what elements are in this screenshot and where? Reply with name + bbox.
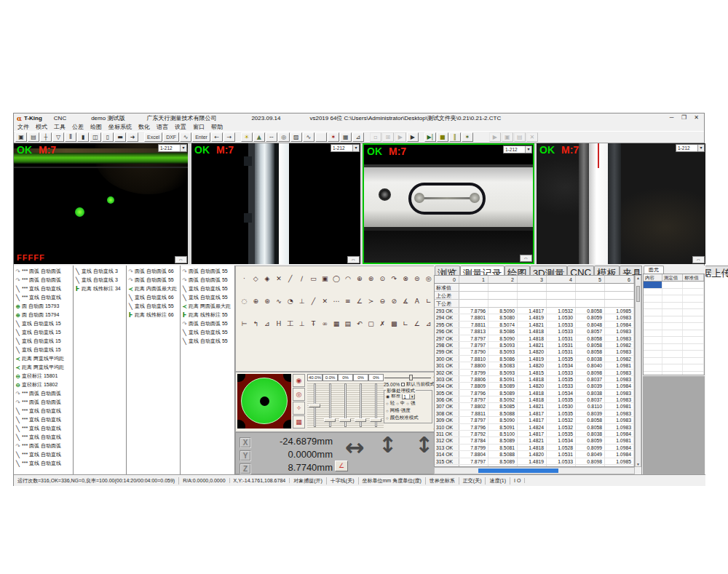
menu-item[interactable]: 公差	[72, 123, 84, 131]
camera-view-1[interactable]: OK M:7 FFFFF 1-212 ▾ ⇔	[14, 143, 188, 264]
tree-item[interactable]: ╲*** 直线 自动直线	[14, 450, 73, 459]
tool-icon[interactable]: ◯	[331, 274, 342, 284]
tool-icon[interactable]: ⊿	[262, 319, 273, 329]
chevron-down-icon[interactable]: ▾	[409, 394, 414, 399]
slider-track[interactable]	[338, 382, 353, 428]
folder-icon[interactable]: ▶	[395, 132, 406, 142]
tool-icon[interactable]: ⊛	[262, 296, 273, 306]
table-row[interactable]: 307 OK7.88028.50851.48211.05300.81101.09…	[435, 403, 634, 410]
coordinate-icon[interactable]: ┼	[40, 132, 52, 142]
tree-item[interactable]: ≺距离 两圆弧最大距	[181, 302, 234, 311]
save3-icon[interactable]: ▣	[502, 132, 513, 142]
tool-icon[interactable]: ◔	[285, 296, 296, 306]
tool-icon[interactable]: ⊿	[423, 319, 434, 329]
tool-icon[interactable]: ⊥	[296, 319, 307, 329]
tree-item[interactable]: ╲直线 自动直线 55	[181, 337, 234, 346]
tool-icon[interactable]: ∡	[400, 296, 411, 306]
default-mode-checkbox[interactable]	[401, 383, 405, 386]
table-row[interactable]: 301 OK7.88008.50831.48201.05340.80401.09…	[435, 362, 634, 369]
scroll-thumb[interactable]	[636, 286, 640, 302]
tree-item[interactable]: ╲*** 直线 自动直线	[14, 459, 73, 468]
slider-thumb[interactable]	[370, 418, 381, 422]
qr-icon[interactable]: ▦	[340, 132, 352, 142]
table-row[interactable]: 297 OK7.87978.50901.48181.05310.80581.09…	[435, 335, 634, 342]
chevron-down-icon[interactable]: ▾	[525, 146, 531, 153]
save-icon[interactable]: ▣	[15, 132, 27, 142]
tool-icon[interactable]: ⊗	[400, 274, 411, 284]
tool-icon[interactable]: Ŧ	[308, 319, 319, 329]
tool-icon[interactable]: ⊙	[377, 274, 388, 284]
tree-item[interactable]: ╲*** 直线 自动直线	[14, 284, 73, 293]
table-row[interactable]: 311 OK7.87928.51001.48171.05350.80381.09…	[435, 431, 634, 437]
close-button[interactable]: ✕	[690, 113, 703, 122]
tree-item[interactable]: ╲直线 自动直线 55	[181, 293, 234, 302]
enter-button[interactable]: Enter	[192, 132, 210, 142]
tree-item[interactable]: Ͱ距离 线性标注 34	[74, 284, 126, 293]
pane-resize-button[interactable]: ⇔	[520, 255, 532, 262]
pause-icon[interactable]: ‖	[449, 132, 461, 142]
slider-track[interactable]	[368, 382, 384, 428]
tool-icon[interactable]: ↷	[389, 274, 400, 284]
tool-icon[interactable]: ↰	[250, 319, 261, 329]
tab-CNC[interactable]: CNC	[567, 266, 594, 275]
element-row[interactable]	[644, 323, 704, 330]
arrow-right-icon[interactable]: →	[223, 132, 235, 142]
image-icon[interactable]: ▲	[253, 132, 265, 142]
tree-item[interactable]: Ͱ距离 线性标注 66	[127, 311, 180, 319]
tool-icon[interactable]: ↶	[354, 319, 365, 329]
tool-icon[interactable]: ◇	[250, 274, 261, 284]
tree-item[interactable]: ╲*** 直线 自动直线	[14, 407, 73, 415]
tool-icon[interactable]: ▣	[320, 274, 331, 284]
curve-icon[interactable]: ∿	[303, 132, 314, 142]
range-combo[interactable]: 1-212 ▾	[158, 144, 187, 152]
element-row[interactable]	[644, 295, 704, 303]
tool-icon[interactable]: ⊘	[389, 296, 400, 306]
blank-icon[interactable]	[315, 132, 327, 142]
tool-icon[interactable]: ◈	[262, 274, 273, 284]
tree-item[interactable]: ↷圆弧 自动圆弧 55	[181, 267, 234, 276]
menu-item[interactable]: 文件	[17, 123, 29, 131]
element-row[interactable]	[644, 358, 704, 365]
slider-thumb[interactable]	[409, 375, 413, 380]
tool-icon[interactable]: ⊛	[365, 274, 376, 284]
tool-icon[interactable]: ╱	[308, 296, 319, 306]
slider-thumb[interactable]	[339, 418, 351, 422]
element-row[interactable]	[644, 282, 704, 289]
radio-level[interactable]: ○	[396, 402, 399, 406]
menu-item[interactable]: 窗口	[193, 123, 205, 131]
tree-item[interactable]: ╲直线 自动直线 15	[14, 337, 73, 346]
table-row[interactable]: 303 OK7.88068.50911.48181.05350.80371.09…	[435, 376, 634, 383]
tool-icon[interactable]: ∟	[400, 319, 411, 329]
menu-item[interactable]: 工具	[54, 123, 66, 131]
lens-up-icon[interactable]: ▯	[102, 132, 114, 142]
element-row[interactable]	[644, 309, 704, 316]
tool-icon[interactable]: ⊕	[354, 274, 365, 284]
table-row[interactable]: 294 OK7.88018.50801.48191.05300.80591.09…	[435, 314, 634, 321]
tool-icon[interactable]: ∠	[354, 296, 365, 306]
tool-icon[interactable]: ✕	[320, 296, 331, 306]
dxf-button[interactable]: DXF	[163, 132, 179, 142]
camera-view-3-selected[interactable]: OK M:7 1-212 ▾ ⇔	[363, 143, 534, 264]
menu-item[interactable]: 绘图	[90, 123, 102, 131]
tool-icon[interactable]: ⊜	[411, 274, 422, 284]
run-icon[interactable]: ✶	[462, 132, 473, 142]
play2-icon[interactable]: ▶	[489, 132, 501, 142]
open-icon[interactable]: ▤	[28, 132, 39, 142]
tree-item[interactable]: ↷*** 圆弧 自动圆弧	[14, 398, 73, 407]
menu-item[interactable]: 设置	[175, 123, 186, 131]
light-bulb-icon[interactable]: ☀	[241, 132, 253, 142]
tool-icon[interactable]: ▩	[389, 319, 400, 329]
tool-icon[interactable]: 工	[285, 319, 296, 329]
tree-item[interactable]: ↷*** 圆弧 自动圆弧	[14, 389, 73, 398]
tree-item[interactable]: Ͱ距离 线性标注 55	[181, 311, 234, 319]
element-row[interactable]	[644, 330, 704, 338]
table-row[interactable]: 300 OK7.88108.50861.48191.05350.80381.09…	[435, 356, 634, 362]
slider-thumb[interactable]	[309, 404, 320, 407]
tree-item[interactable]: ⊕圆 自动圆 15793	[14, 302, 73, 311]
horizontal-scrollbar[interactable]	[434, 467, 635, 474]
table-row[interactable]: 299 OK7.87908.50931.48201.05310.80581.09…	[435, 348, 634, 355]
ring-light-preview[interactable]	[237, 374, 291, 428]
tool-icon[interactable]: ◌	[239, 296, 250, 306]
save2-icon[interactable]: ▫	[370, 132, 381, 142]
pane-resize-button[interactable]: ⇔	[175, 256, 187, 263]
